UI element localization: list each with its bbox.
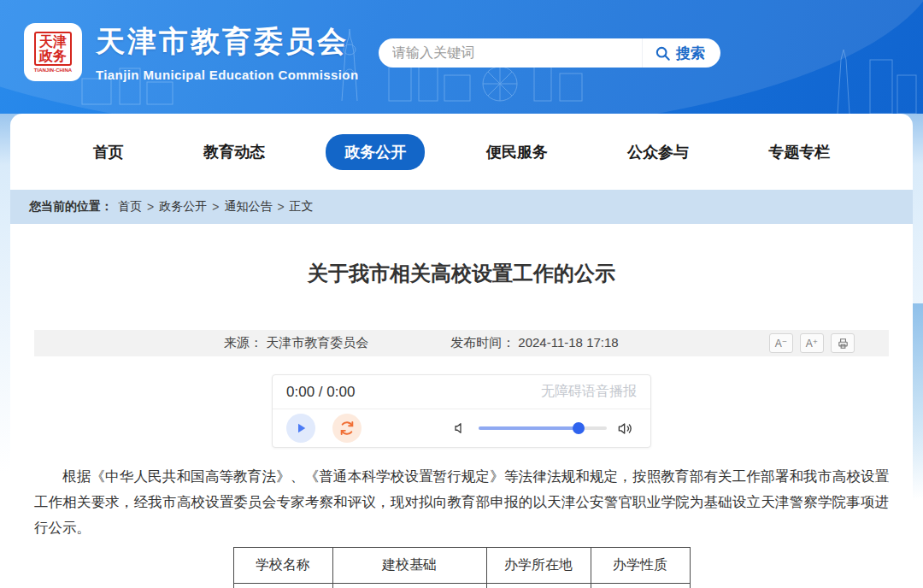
print-button[interactable] xyxy=(831,333,855,353)
font-decrease-button[interactable]: A⁻ xyxy=(769,333,793,353)
article: 关于我市相关高校设置工作的公示 来源： 天津市教育委员会 发布时间： 2024-… xyxy=(10,260,913,588)
table-row: 天津警察学院 天津公安警官职业学院 天津市 公办普通本科高校 xyxy=(233,584,690,588)
seal-caption: TIANJIN·CHINA xyxy=(34,68,72,73)
breadcrumb-home[interactable]: 首页 xyxy=(118,199,142,215)
volume-fill xyxy=(479,426,579,430)
site-search: 搜索 xyxy=(379,38,720,68)
printer-icon xyxy=(837,338,850,350)
breadcrumb-prefix: 您当前的位置： xyxy=(29,199,113,215)
seal-text-1: 天津 xyxy=(36,34,70,49)
breadcrumb-notices[interactable]: 通知公告 xyxy=(224,199,272,215)
site-header: 天津 政务 TIANJIN·CHINA 天津市教育委员会 Tianjin Mun… xyxy=(0,0,923,114)
source-label: 来源： xyxy=(224,335,262,350)
right-edge-decoration xyxy=(913,303,923,500)
publish-time-value: 2024-11-18 17:18 xyxy=(518,335,618,350)
nav-item-gov-disclosure[interactable]: 政务公开 xyxy=(326,134,425,170)
table-header-row: 学校名称 建校基础 办学所在地 办学性质 xyxy=(233,548,690,584)
search-input[interactable] xyxy=(379,45,642,61)
volume-slider[interactable] xyxy=(479,426,607,430)
volume-thumb[interactable] xyxy=(573,422,585,434)
breadcrumb-current-article[interactable]: 正文 xyxy=(290,199,314,215)
search-icon xyxy=(655,45,671,62)
site-brand: 天津 政务 TIANJIN·CHINA 天津市教育委员会 Tianjin Mun… xyxy=(24,22,358,82)
audio-player: 0:00 / 0:00 无障碍语音播报 xyxy=(272,374,651,448)
volume-low-icon[interactable] xyxy=(453,420,468,436)
article-meta-bar: 来源： 天津市教育委员会 发布时间： 2024-11-18 17:18 A⁻ A… xyxy=(34,330,889,356)
breadcrumb-separator: > xyxy=(147,200,154,214)
player-caption: 无障碍语音播报 xyxy=(541,383,637,401)
seal-text-2: 政务 xyxy=(36,49,70,63)
breadcrumb-separator: > xyxy=(277,200,284,214)
volume-high-icon[interactable] xyxy=(617,420,633,437)
breadcrumb-gov-disclosure[interactable]: 政务公开 xyxy=(159,199,207,215)
replay-icon xyxy=(338,420,356,437)
cell-institution-type: 公办普通本科高校 xyxy=(591,584,690,588)
player-time: 0:00 / 0:00 xyxy=(286,384,355,401)
cell-school-name: 天津警察学院 xyxy=(233,584,332,588)
cell-location: 天津市 xyxy=(486,584,591,588)
nav-item-education-news[interactable]: 教育动态 xyxy=(185,134,284,170)
site-title: 天津市教育委员会 xyxy=(96,22,358,62)
play-button[interactable] xyxy=(286,414,315,443)
seal-icon: 天津 政务 xyxy=(34,32,72,66)
search-button-label: 搜索 xyxy=(676,44,705,63)
nav-item-home[interactable]: 首页 xyxy=(74,134,143,170)
play-icon xyxy=(293,420,309,436)
article-title: 关于我市相关高校设置工作的公示 xyxy=(34,260,889,287)
search-button[interactable]: 搜索 xyxy=(642,38,720,68)
table-header-institution-type: 办学性质 xyxy=(591,548,690,584)
breadcrumb-separator: > xyxy=(212,200,219,214)
nav-item-public-participation[interactable]: 公众参与 xyxy=(608,134,708,170)
cell-founding-basis: 天津公安警官职业学院 xyxy=(332,584,486,588)
replay-button[interactable] xyxy=(332,414,362,443)
table-header-location: 办学所在地 xyxy=(486,548,591,584)
source-value: 天津市教育委员会 xyxy=(266,335,368,350)
breadcrumb: 您当前的位置： 首页 > 政务公开 > 通知公告 > 正文 xyxy=(10,190,913,224)
nav-item-public-services[interactable]: 便民服务 xyxy=(467,134,567,170)
table-header-founding-basis: 建校基础 xyxy=(332,548,486,584)
publish-time-label: 发布时间： xyxy=(450,335,514,350)
main-navigation: 首页 教育动态 政务公开 便民服务 公众参与 专题专栏 xyxy=(10,114,913,190)
font-increase-button[interactable]: A⁺ xyxy=(800,333,824,353)
article-paragraph: 根据《中华人民共和国高等教育法》、《普通本科学校设置暂行规定》等法律法规和规定，… xyxy=(34,463,889,540)
table-header-school-name: 学校名称 xyxy=(233,548,332,584)
site-logo[interactable]: 天津 政务 TIANJIN·CHINA xyxy=(24,23,82,81)
school-setup-table: 学校名称 建校基础 办学所在地 办学性质 天津警察学院 天津公安警官职业学院 天… xyxy=(233,547,691,588)
site-subtitle: Tianjin Municipal Education Commission xyxy=(96,68,358,82)
nav-item-special-columns[interactable]: 专题专栏 xyxy=(750,134,849,170)
